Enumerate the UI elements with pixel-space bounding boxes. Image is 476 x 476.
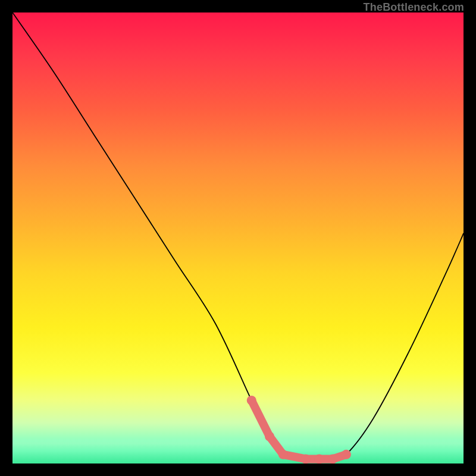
marker-point xyxy=(265,432,274,441)
marker-point xyxy=(314,454,324,464)
marker-point xyxy=(342,450,351,459)
chart-container: TheBottleneck.com xyxy=(0,0,476,476)
curve-svg xyxy=(12,12,464,464)
highlight-markers xyxy=(247,396,351,464)
watermark-text: TheBottleneck.com xyxy=(364,1,464,14)
valley-highlight xyxy=(252,400,346,459)
marker-point xyxy=(301,454,311,464)
marker-point xyxy=(247,396,256,405)
bottleneck-curve xyxy=(12,12,464,459)
marker-point xyxy=(278,450,288,459)
plot-area xyxy=(12,12,464,464)
marker-point xyxy=(328,454,337,464)
